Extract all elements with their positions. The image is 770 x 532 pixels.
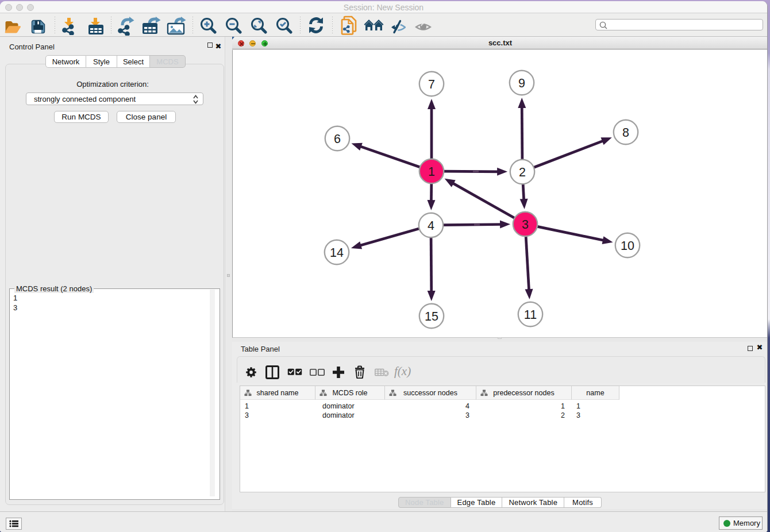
svg-text:3: 3 bbox=[522, 218, 529, 232]
svg-text:2: 2 bbox=[519, 165, 526, 179]
svg-text:15: 15 bbox=[425, 310, 438, 323]
svg-text:9: 9 bbox=[518, 76, 525, 90]
svg-text:8: 8 bbox=[622, 126, 629, 140]
svg-text:11: 11 bbox=[524, 308, 537, 322]
svg-text:4: 4 bbox=[428, 219, 434, 233]
svg-text:6: 6 bbox=[334, 132, 341, 146]
svg-text:7: 7 bbox=[428, 78, 435, 91]
svg-text:14: 14 bbox=[330, 246, 344, 260]
svg-text:10: 10 bbox=[621, 239, 634, 253]
svg-text:1: 1 bbox=[428, 165, 435, 179]
